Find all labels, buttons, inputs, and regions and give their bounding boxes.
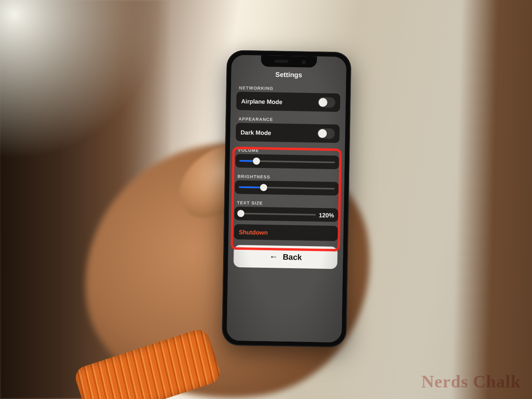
airplane-mode-row[interactable]: Airplane Mode	[236, 92, 340, 112]
brightness-slider-row[interactable]	[235, 180, 339, 196]
dark-mode-toggle[interactable]	[317, 128, 335, 139]
phone-notch	[261, 55, 317, 67]
textsize-slider-row[interactable]: 120%	[234, 207, 338, 222]
back-button[interactable]: ← Back	[233, 245, 338, 269]
watermark: Nerds Chalk	[421, 371, 521, 392]
toggle-knob	[318, 98, 327, 107]
dark-mode-label: Dark Mode	[241, 128, 271, 136]
section-header-appearance: APPEARANCE	[238, 117, 340, 123]
textsize-value-label: 120%	[319, 211, 334, 219]
section-header-textsize: TEXT SIZE	[237, 200, 338, 207]
volume-slider-row[interactable]	[235, 154, 339, 170]
section-header-brightness: BRIGHTNESS	[237, 174, 339, 180]
phone-frame: Settings NETWORKING Airplane Mode APPEAR…	[222, 50, 352, 347]
background-curtain-right	[451, 0, 532, 399]
back-button-label: Back	[283, 252, 302, 262]
arrow-left-icon: ←	[269, 251, 278, 262]
airplane-mode-toggle[interactable]	[318, 97, 335, 108]
page-title: Settings	[237, 70, 340, 80]
background-light	[0, 0, 160, 160]
settings-screen: Settings NETWORKING Airplane Mode APPEAR…	[227, 55, 346, 343]
toggle-knob	[318, 129, 327, 138]
volume-slider-track[interactable]	[239, 160, 335, 163]
section-header-networking: NETWORKING	[239, 85, 340, 92]
volume-slider-thumb[interactable]	[253, 158, 260, 165]
shutdown-row[interactable]: Shutdown	[234, 224, 338, 241]
textsize-slider-thumb[interactable]	[237, 210, 244, 217]
textsize-slider-track[interactable]	[238, 213, 316, 215]
airplane-mode-label: Airplane Mode	[241, 97, 283, 105]
shutdown-label: Shutdown	[239, 228, 268, 235]
section-header-volume: VOLUME	[238, 148, 339, 154]
brightness-slider-track[interactable]	[239, 186, 334, 190]
brightness-slider-thumb[interactable]	[260, 184, 267, 191]
dark-mode-row[interactable]: Dark Mode	[235, 123, 340, 143]
phone-screen: Settings NETWORKING Airplane Mode APPEAR…	[227, 55, 346, 343]
